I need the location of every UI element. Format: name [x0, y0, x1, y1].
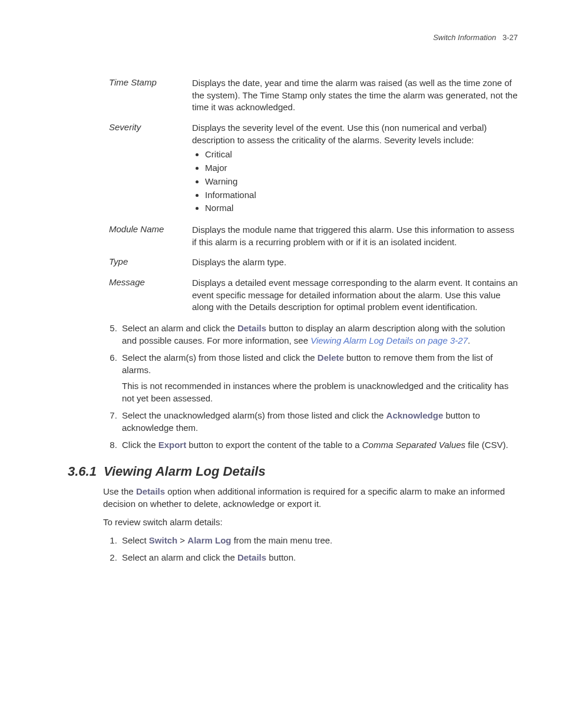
button-reference: Acknowledge	[386, 410, 444, 420]
definition-row: Time StampDisplays the date, year and ti…	[109, 77, 518, 114]
severity-level-item: Critical	[205, 149, 518, 161]
step-item: Select the unacknowledged alarm(s) from …	[120, 409, 518, 434]
definition-description: Displays the module name that triggered …	[192, 224, 518, 248]
definition-row: Module NameDisplays the module name that…	[109, 224, 518, 248]
definition-row: TypeDisplays the alarm type.	[109, 256, 518, 269]
review-steps: Select Switch > Alarm Log from the main …	[109, 534, 518, 564]
severity-level-item: Informational	[205, 189, 518, 202]
procedure-steps: Select an alarm and click the Details bu…	[109, 322, 518, 451]
definition-description: Displays the severity level of the event…	[192, 122, 518, 216]
details-option: Details	[136, 486, 165, 496]
definition-row: MessageDisplays a detailed event message…	[109, 277, 518, 314]
definition-description: Displays a detailed event message corres…	[192, 277, 518, 314]
header-page-number: 3-27	[503, 33, 518, 42]
step-item: Click the Export button to export the co…	[120, 439, 518, 451]
definition-table: Time StampDisplays the date, year and ti…	[109, 77, 518, 314]
definition-description: Displays the date, year and time the ala…	[192, 77, 518, 114]
section-title: Viewing Alarm Log Details	[104, 464, 266, 479]
step-item: Select Switch > Alarm Log from the main …	[120, 534, 518, 546]
definition-row: SeverityDisplays the severity level of t…	[109, 122, 518, 216]
definition-term: Time Stamp	[109, 77, 192, 87]
definition-term: Type	[109, 256, 192, 266]
cross-reference-link[interactable]: Viewing Alarm Log Details on page 3-27	[310, 335, 468, 345]
section-intro: Use the Details option when additional i…	[103, 485, 518, 510]
section-number: 3.6.1	[68, 464, 97, 479]
step-item: Select the alarm(s) from those listed an…	[120, 351, 518, 404]
step-note: This is not recommended in instances whe…	[122, 380, 518, 404]
severity-level-item: Normal	[205, 202, 518, 215]
definition-term: Severity	[109, 122, 192, 132]
button-reference: Delete	[318, 353, 344, 363]
severity-level-item: Warning	[205, 176, 518, 188]
button-reference: Export	[158, 440, 187, 450]
button-reference: Details	[237, 323, 266, 333]
definition-term: Message	[109, 277, 192, 287]
page-header: Switch Information 3-27	[68, 33, 518, 42]
step-item: Select an alarm and click the Details bu…	[120, 322, 518, 347]
section-heading: 3.6.1 Viewing Alarm Log Details	[68, 464, 518, 479]
definition-description: Displays the alarm type.	[192, 256, 518, 269]
section-sub: To review switch alarm details:	[103, 516, 518, 528]
step-item: Select an alarm and click the Details bu…	[120, 551, 518, 564]
header-title: Switch Information	[433, 33, 496, 42]
definition-term: Module Name	[109, 224, 192, 234]
emphasis-text: Comma Separated Values	[362, 440, 465, 450]
severity-level-item: Major	[205, 162, 518, 174]
menu-reference: Switch	[149, 535, 177, 545]
menu-reference: Details	[237, 552, 266, 562]
menu-reference: Alarm Log	[187, 535, 231, 545]
